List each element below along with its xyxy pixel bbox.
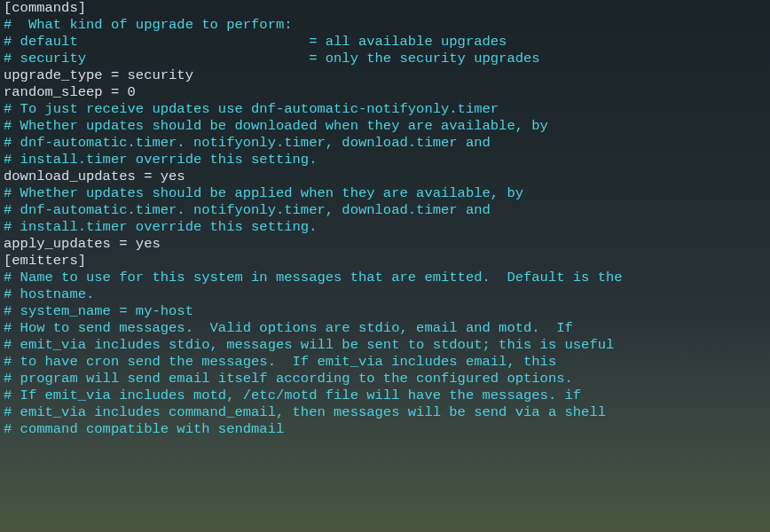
config-line-29: # If emit_via includes motd, /etc/motd f… [4, 387, 766, 404]
terminal-content: [commands]# What kind of upgrade to perf… [0, 0, 770, 438]
config-line-25: # How to send messages. Valid options ar… [4, 320, 766, 337]
config-line-30: # emit_via includes command_email, then … [4, 404, 766, 421]
config-line-16: # install.timer override this setting. [4, 219, 766, 236]
config-line-28: # program will send email itself accordi… [4, 371, 766, 387]
config-line-5: random_sleep = 0 [4, 84, 766, 101]
config-line-23: # system_name = my-host [4, 303, 766, 320]
config-line-3: # security = only the security upgrades [4, 51, 766, 67]
config-line-10: # dnf-automatic.timer. notifyonly.timer,… [4, 135, 766, 152]
config-line-0: [commands] [4, 0, 766, 17]
config-line-31: # command compatible with sendmail [4, 421, 766, 438]
config-line-9: # Whether updates should be downloaded w… [4, 118, 766, 135]
config-line-17: apply_updates = yes [4, 236, 766, 253]
config-line-21: # Name to use for this system in message… [4, 270, 766, 286]
config-line-14: # Whether updates should be applied when… [4, 185, 766, 202]
config-line-4: upgrade_type = security [4, 67, 766, 84]
config-line-12: download_updates = yes [4, 168, 766, 185]
config-line-2: # default = all available upgrades [4, 34, 766, 51]
config-line-15: # dnf-automatic.timer. notifyonly.timer,… [4, 202, 766, 219]
config-line-11: # install.timer override this setting. [4, 152, 766, 168]
config-line-22: # hostname. [4, 286, 766, 303]
config-line-27: # to have cron send the messages. If emi… [4, 354, 766, 371]
config-line-26: # emit_via includes stdio, messages will… [4, 337, 766, 354]
config-line-20: [emitters] [4, 253, 766, 270]
config-line-7: # To just receive updates use dnf-automa… [4, 101, 766, 118]
config-line-1: # What kind of upgrade to perform: [4, 17, 766, 34]
